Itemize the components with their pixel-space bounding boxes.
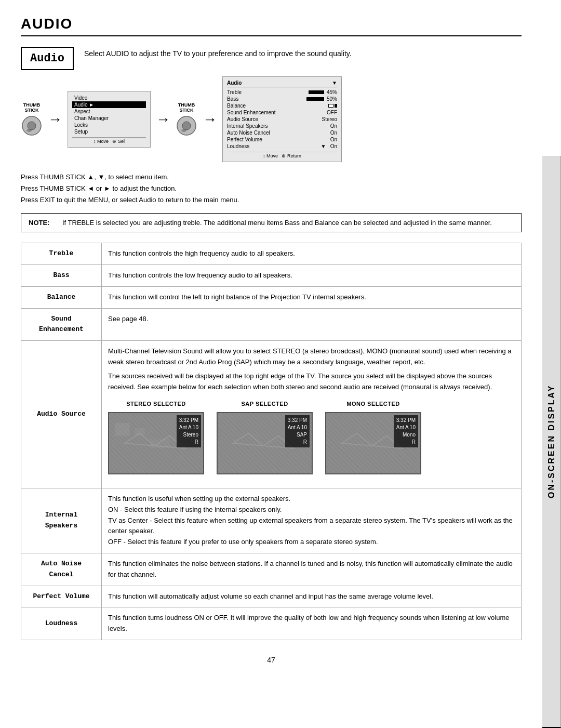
thumb-stick-left-icon: [21, 115, 43, 137]
note-box: NOTE: If TREBLE is selected you are adju…: [21, 213, 522, 232]
feature-label-bass: Bass: [21, 265, 102, 287]
tv-screen-stereo: 3:32 PMAnt A 10StereoR: [108, 412, 204, 474]
tv-col-stereo: STEREO SELECTED 3:32 PM: [108, 400, 204, 474]
feature-row-balance: Balance This function will control the l…: [21, 286, 522, 308]
left-menu-screen: Video Audio ► Aspect Chan Manager Locks …: [68, 91, 151, 148]
feature-desc-internal-speakers: This function is useful when setting up …: [102, 488, 522, 553]
audio-menu-title: Audio▼: [227, 80, 337, 87]
menu-item-chan-manager: Chan Manager: [72, 115, 146, 122]
feature-label-audio-source: Audio Source: [21, 341, 102, 488]
menu-footer-left: ↕ Move ⊕ Sel: [72, 137, 146, 144]
svg-marker-10: [233, 433, 293, 448]
menu-item-locks: Locks: [72, 122, 146, 128]
page-number: 47: [21, 656, 522, 664]
svg-point-5: [181, 129, 186, 132]
feature-row-auto-noise-cancel: Auto Noise Cancel This function eliminat…: [21, 553, 522, 586]
instruction-1: Press THUMB STICK ▲, ▼, to select menu i…: [21, 171, 522, 183]
features-table: Treble This function controls the high f…: [21, 243, 522, 640]
arrow-right-3: →: [203, 111, 217, 128]
arrow-right-2: →: [156, 111, 170, 128]
menu-item-video: Video: [72, 95, 146, 101]
tv-screen-sap: 3:32 PMAnt A 10SAPR: [217, 412, 313, 474]
feature-desc-sound-enhancement: See page 48.: [102, 308, 522, 341]
right-menu-screen: Audio▼ Treble 45% Bass 50% Balance Sound…: [222, 76, 342, 162]
menu-item-aspect: Aspect: [72, 108, 146, 115]
arrow-right-1: →: [48, 111, 62, 128]
am-row-loudness: Loudness▼ On: [227, 143, 337, 150]
menu-item-setup: Setup: [72, 128, 146, 135]
instruction-2: Press THUMB STICK ◄ or ► to adjust the f…: [21, 183, 522, 194]
feature-desc-auto-noise-cancel: This function eliminates the noise betwe…: [102, 553, 522, 586]
instruction-3: Press EXIT to quit the MENU, or select A…: [21, 194, 522, 206]
page-title: AUDIO: [21, 16, 522, 36]
am-row-auto-noise: Auto Noise CancelOn: [227, 129, 337, 136]
feature-row-bass: Bass This function controls the low freq…: [21, 265, 522, 287]
am-row-audio-source: Audio SourceStereo: [227, 116, 337, 123]
note-text: If TREBLE is selected you are adjusting …: [62, 219, 492, 227]
feature-row-treble: Treble This function controls the high f…: [21, 243, 522, 265]
svg-point-2: [26, 129, 32, 132]
feature-label-treble: Treble: [21, 243, 102, 265]
am-row-sound-enhancement: Sound EnhancementOFF: [227, 109, 337, 116]
feature-row-perfect-volume: Perfect Volume This function will automa…: [21, 586, 522, 607]
feature-label-internal-speakers: Internal Speakers: [21, 488, 102, 553]
svg-marker-11: [342, 433, 402, 448]
audio-menu-footer: ↕ Move ⊕ Return: [227, 152, 337, 158]
feature-desc-perfect-volume: This function will automatically adjust …: [102, 586, 522, 607]
feature-label-sound-enhancement: Sound Enhancement: [21, 308, 102, 341]
am-row-internal-speakers: Internal SpeakersOn: [227, 123, 337, 129]
note-label: NOTE:: [29, 219, 57, 227]
am-row-treble: Treble 45%: [227, 89, 337, 96]
feature-row-loudness: Loudness This function turns loudness ON…: [21, 607, 522, 640]
am-row-bass: Bass 50%: [227, 96, 337, 102]
menu-diagram: THUMBSTICK → Video Audio ► Aspect Chan M…: [21, 76, 522, 162]
menu-item-audio: Audio ►: [72, 101, 146, 108]
svg-rect-6: [115, 423, 130, 435]
tv-overlay-stereo: 3:32 PMAnt A 10StereoR: [177, 415, 201, 447]
thumb-label-left: THUMBSTICK: [23, 102, 41, 113]
tv-overlay-mono: 3:32 PMAnt A 10MonoR: [394, 415, 418, 447]
feature-desc-bass: This function controls the low frequency…: [102, 265, 522, 287]
feature-label-loudness: Loudness: [21, 607, 102, 640]
thumb-stick-right-icon: [176, 115, 197, 137]
feature-desc-balance: This function will control the left to r…: [102, 286, 522, 308]
feature-label-auto-noise-cancel: Auto Noise Cancel: [21, 553, 102, 586]
am-row-perfect-volume: Perfect VolumeOn: [227, 136, 337, 143]
am-row-balance: Balance: [227, 102, 337, 109]
tv-col-mono: MONO SELECTED 3:32 PMAnt A 10MonoR: [325, 400, 421, 474]
mono-label: MONO SELECTED: [346, 400, 399, 409]
svg-point-1: [28, 122, 36, 130]
feature-desc-loudness: This function turns loudness ON or OFF. …: [102, 607, 522, 640]
feature-label-balance: Balance: [21, 286, 102, 308]
svg-point-4: [182, 122, 191, 130]
tv-screen-mono: 3:32 PMAnt A 10MonoR: [325, 412, 421, 474]
thumb-label-right: THUMBSTICK: [178, 102, 195, 113]
feature-row-audio-source: Audio Source Multi-Channel Television So…: [21, 341, 522, 488]
intro-text: Select AUDIO to adjust the TV to your pr…: [84, 47, 522, 70]
tv-overlay-sap: 3:32 PMAnt A 10SAPR: [285, 415, 310, 447]
audio-label-box: Audio: [21, 47, 74, 70]
on-screen-display-sidebar: ON-SCREEN DISPLAY: [542, 156, 561, 728]
stereo-label: STEREO SELECTED: [126, 400, 185, 409]
svg-rect-7: [135, 428, 144, 436]
sap-label: SAP SELECTED: [241, 400, 288, 409]
feature-row-sound-enhancement: Sound Enhancement See page 48.: [21, 308, 522, 341]
feature-desc-audio-source: Multi-Channel Television Sound will allo…: [102, 341, 522, 488]
feature-desc-treble: This function controls the high frequenc…: [102, 243, 522, 265]
tv-col-sap: SAP SELECTED 3:32 PMAnt A 10SAPR: [217, 400, 313, 474]
feature-row-internal-speakers: Internal Speakers This function is usefu…: [21, 488, 522, 553]
instructions-block: Press THUMB STICK ▲, ▼, to select menu i…: [21, 171, 522, 206]
feature-label-perfect-volume: Perfect Volume: [21, 586, 102, 607]
